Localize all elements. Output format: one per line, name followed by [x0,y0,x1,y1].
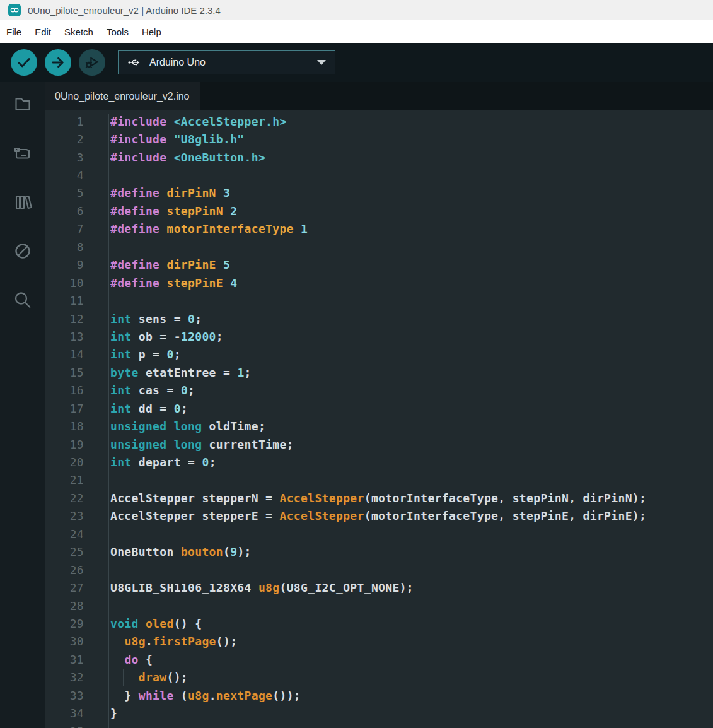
line-number: 16 [45,384,84,397]
search-icon [13,290,33,310]
code-line[interactable]: 24 [45,525,713,543]
tab-sketch[interactable]: 0Uno_pilote_enrouleur_v2.ino [45,82,200,110]
code-line[interactable]: 8 [45,238,713,255]
code-line[interactable]: 10#define stepPinE 4 [45,274,713,291]
code-text: } [84,707,117,720]
sidebar-item-debug[interactable] [13,241,33,261]
line-number: 11 [45,294,84,307]
code-line[interactable]: 31 do { [45,650,713,668]
code-text: void oled() { [84,617,202,630]
code-text: #include <OneButton.h> [84,151,265,164]
line-number: 19 [45,438,84,451]
code-line[interactable]: 27U8GLIB_SH1106_128X64 u8g(U8G_I2C_OPT_N… [45,578,713,596]
sidebar-item-boards-manager[interactable] [13,143,33,163]
sidebar-item-sketchbook[interactable] [13,93,33,114]
debug-icon [84,54,100,71]
code-line[interactable]: 3#include <OneButton.h> [45,148,713,166]
line-number: 12 [45,312,84,326]
code-line[interactable]: 2#include "U8glib.h" [45,130,713,148]
circle-slash-icon [13,241,33,261]
usb-icon [127,56,140,69]
code-text: } while (u8g.nextPage()); [84,689,301,702]
code-line[interactable]: 30 u8g.firstPage(); [45,633,713,650]
code-line[interactable]: 4 [45,166,713,184]
line-number: 30 [45,635,84,648]
sidebar-item-search[interactable] [13,290,33,310]
debug-button[interactable] [79,49,105,76]
code-line[interactable]: 11 [45,291,713,309]
menu-item-edit[interactable]: Edit [35,26,51,37]
code-text: int cas = 0; [84,384,195,397]
line-number: 26 [45,563,84,577]
board-selector-label: Arduino Uno [149,57,206,68]
upload-button[interactable] [45,49,71,76]
code-line[interactable]: 22AccelStepper stepperN = AccelStepper(m… [45,489,713,507]
code-line[interactable]: 13int ob = -12000; [45,327,713,345]
line-number: 14 [45,348,84,361]
code-text: OneButton bouton(9); [84,545,252,558]
code-text: do { [84,653,153,666]
line-number: 21 [45,473,84,486]
code-line[interactable]: 6#define stepPinN 2 [45,202,713,220]
code-line[interactable]: 34} [45,704,713,722]
chevron-down-icon [317,60,326,65]
menu-item-sketch[interactable]: Sketch [64,26,93,37]
line-number: 9 [45,258,84,271]
line-number: 27 [45,581,84,594]
board-icon [13,143,33,163]
code-line[interactable]: 17int dd = 0; [45,399,713,417]
code-text: #define dirPinN 3 [84,186,230,199]
board-selector[interactable]: Arduino Uno [118,50,335,74]
menubar: FileEditSketchToolsHelp [0,20,713,43]
code-line[interactable]: 7#define motorInterfaceType 1 [45,220,713,238]
line-number: 18 [45,420,84,433]
code-line[interactable]: 9#define dirPinE 5 [45,256,713,274]
verify-button[interactable] [11,49,37,76]
code-line[interactable]: 14int p = 0; [45,346,713,363]
line-number: 35 [45,725,84,728]
code-line[interactable]: 1#include <AccelStepper.h> [45,112,713,130]
line-number: 15 [45,366,84,379]
menu-item-file[interactable]: File [6,26,21,37]
code-line[interactable]: 21 [45,471,713,489]
code-line[interactable]: 18unsigned long oldTime; [45,417,713,435]
menu-item-tools[interactable]: Tools [107,26,129,37]
line-number: 25 [45,545,84,558]
code-editor[interactable]: 1#include <AccelStepper.h>2#include "U8g… [45,110,713,728]
line-number: 2 [45,132,84,146]
code-line[interactable]: 16int cas = 0; [45,382,713,399]
code-line[interactable]: 5#define dirPinN 3 [45,184,713,202]
check-icon [16,54,32,71]
line-number: 29 [45,617,84,630]
code-line[interactable]: 28 [45,597,713,614]
line-number: 28 [45,599,84,613]
window-title: 0Uno_pilote_enrouleur_v2 | Arduino IDE 2… [28,5,221,16]
code-line[interactable]: 33 } while (u8g.nextPage()); [45,686,713,704]
line-number: 6 [45,204,84,218]
code-text: int depart = 0; [84,455,216,469]
code-text: draw(); [84,671,188,684]
code-lines: 1#include <AccelStepper.h>2#include "U8g… [45,112,713,728]
code-text: unsigned long currentTime; [84,438,294,451]
code-line[interactable]: 12int sens = 0; [45,310,713,327]
line-number: 23 [45,509,84,522]
code-text: U8GLIB_SH1106_128X64 u8g(U8G_I2C_OPT_NON… [84,581,414,594]
editor-pane: 0Uno_pilote_enrouleur_v2.ino 1#include <… [45,82,713,728]
code-line[interactable]: 29void oled() { [45,614,713,632]
code-line[interactable]: 35 [45,722,713,728]
code-text: int dd = 0; [84,402,188,415]
code-line[interactable]: 19unsigned long currentTime; [45,435,713,453]
line-number: 24 [45,527,84,541]
code-line[interactable]: 25OneButton bouton(9); [45,543,713,561]
code-line[interactable]: 26 [45,561,713,578]
code-line[interactable]: 23AccelStepper stepperE = AccelStepper(m… [45,507,713,525]
code-line[interactable]: 32 draw(); [45,669,713,686]
menu-item-help[interactable]: Help [142,26,161,37]
code-line[interactable]: 20int depart = 0; [45,453,713,471]
code-line[interactable]: 15byte etatEntree = 1; [45,363,713,381]
sidebar-item-library-manager[interactable] [13,192,33,212]
code-text: byte etatEntree = 1; [84,366,252,379]
line-number: 20 [45,455,84,469]
code-text: unsigned long oldTime; [84,420,265,433]
titlebar: 0Uno_pilote_enrouleur_v2 | Arduino IDE 2… [0,0,713,20]
